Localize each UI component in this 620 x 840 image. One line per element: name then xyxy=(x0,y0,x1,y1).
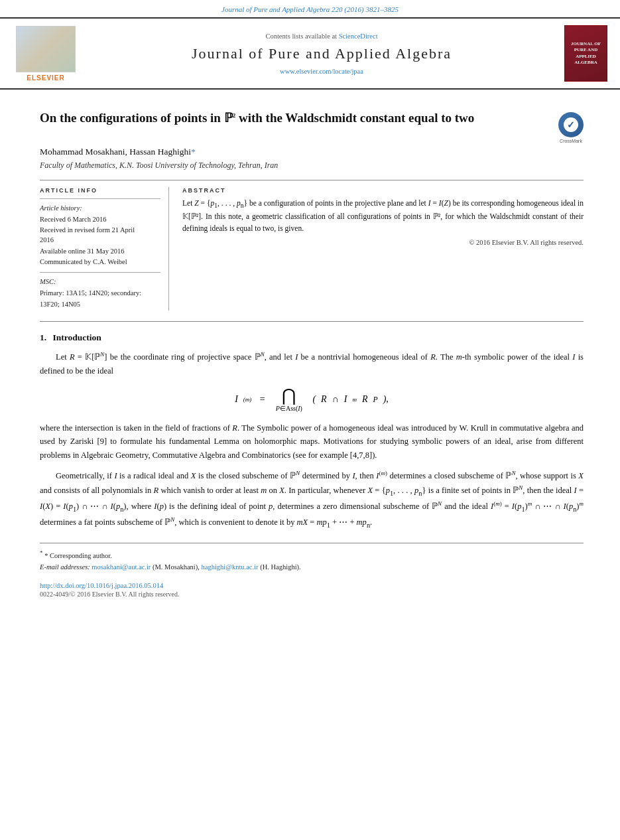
abstract-section: Abstract Let Z = {p1, . . . , pn} be a c… xyxy=(182,187,584,311)
msc-label: MSC: xyxy=(40,277,160,287)
journal-title-header: Journal of Pure and Applied Algebra xyxy=(89,45,554,62)
article-title: On the configurations of points in ℙ2 wi… xyxy=(40,109,549,127)
main-content: On the configurations of points in ℙ2 wi… xyxy=(0,90,620,611)
journal-citation: Journal of Pure and Applied Algebra 220 … xyxy=(221,5,399,13)
journal-url[interactable]: www.elsevier.com/locate/jpaa xyxy=(89,68,554,75)
crossmark-circle: ✓ xyxy=(558,112,584,137)
journal-header: ELSEVIER Contents lists available at Sci… xyxy=(0,19,620,90)
info-divider-1 xyxy=(40,198,160,199)
svg-rect-1 xyxy=(20,29,44,65)
sciencedirect-link[interactable]: ScienceDirect xyxy=(339,33,378,40)
copyright-line: © 2016 Elsevier B.V. All rights reserved… xyxy=(182,239,584,246)
section-title-text: Introduction xyxy=(53,332,101,342)
email1-author: (M. Mosakhani), xyxy=(153,563,200,571)
intro-para3: Geometrically, if I is a radical ideal a… xyxy=(40,468,584,530)
article-title-section: On the configurations of points in ℙ2 wi… xyxy=(40,109,584,137)
email1-link[interactable]: mosakhani@aut.ac.ir xyxy=(92,563,151,571)
email-addresses: E-mail addresses: mosakhani@aut.ac.ir (M… xyxy=(40,563,584,573)
top-bar: Journal of Pure and Applied Algebra 220 … xyxy=(0,0,620,19)
elsevier-logo-section: ELSEVIER xyxy=(9,25,82,82)
math-formula: I(m) = ⋂ P∈Ass(I) (R ∩ ImRP), xyxy=(235,387,389,412)
svg-point-5 xyxy=(29,53,36,61)
crossmark-cross: ✓ xyxy=(567,119,575,131)
email2-link[interactable]: haghighi@kntu.ac.ir xyxy=(201,563,258,571)
doi-section: http://dx.doi.org/10.1016/j.jpaa.2016.05… xyxy=(40,582,584,589)
contents-line: Contents lists available at ScienceDirec… xyxy=(89,33,554,40)
elsevier-logo-img xyxy=(16,26,76,72)
msc-primary: Primary: 13A15; 14N20; secondary: xyxy=(40,289,160,299)
available-online-date: Available online 31 May 2016 xyxy=(40,247,160,257)
journal-icon-text: JOURNAL OFPURE ANDAPPLIEDALGEBRA xyxy=(571,41,601,65)
crossmark-inner: ✓ xyxy=(564,117,578,132)
section-divider xyxy=(40,321,584,322)
received-date: Received 6 March 2016 xyxy=(40,215,160,225)
email2-author: (H. Haghighi). xyxy=(260,563,301,571)
journal-icon-box: JOURNAL OFPURE ANDAPPLIEDALGEBRA xyxy=(564,25,607,82)
info-divider-2 xyxy=(40,272,160,273)
corresponding-author-marker: * xyxy=(191,147,196,157)
svg-rect-2 xyxy=(47,29,72,65)
svg-point-4 xyxy=(53,31,66,49)
affiliation: Faculty of Mathematics, K.N. Toosi Unive… xyxy=(40,161,584,171)
corresponding-author-note: * * Corresponding author. xyxy=(40,549,584,561)
abstract-title: Abstract xyxy=(182,187,584,194)
authors: Mohammad Mosakhani, Hassan Haghighi* xyxy=(40,147,584,157)
journal-icon-section: JOURNAL OFPURE ANDAPPLIEDALGEBRA xyxy=(561,25,611,82)
doi-link[interactable]: http://dx.doi.org/10.1016/j.jpaa.2016.05… xyxy=(40,582,163,589)
abstract-text: Let Z = {p1, . . . , pn} be a configurat… xyxy=(182,198,584,235)
article-info-title: Article Info xyxy=(40,187,160,194)
elsevier-label: ELSEVIER xyxy=(27,74,64,82)
crossmark-icon[interactable]: ✓ CrossMark xyxy=(558,112,584,137)
intro-para2: where the intersection is taken in the f… xyxy=(40,421,584,462)
msc-secondary: 13F20; 14N05 xyxy=(40,300,160,310)
crossmark-label: CrossMark xyxy=(558,139,584,143)
received-revised-date: Received in revised form 21 April2016 xyxy=(40,226,160,245)
article-body: Article Info Article history: Received 6… xyxy=(40,180,584,311)
intro-heading: 1. Introduction xyxy=(40,332,584,343)
communicated-by: Communicated by C.A. Weibel xyxy=(40,257,160,267)
issn-line: 0022-4049/© 2016 Elsevier B.V. All right… xyxy=(40,591,584,598)
header-center: Contents lists available at ScienceDirec… xyxy=(89,25,554,82)
math-formula-display: I(m) = ⋂ P∈Ass(I) (R ∩ ImRP), xyxy=(40,387,584,412)
svg-point-3 xyxy=(26,31,39,49)
article-info: Article Info Article history: Received 6… xyxy=(40,187,169,311)
section-number: 1. xyxy=(40,332,46,342)
article-history-label: Article history: xyxy=(40,204,160,214)
intro-para1: Let R = 𝕂[ℙN] be the coordinate ring of … xyxy=(40,350,584,378)
svg-rect-0 xyxy=(17,26,75,71)
svg-point-6 xyxy=(56,53,64,61)
footnote-section: * * Corresponding author. E-mail address… xyxy=(40,543,584,573)
